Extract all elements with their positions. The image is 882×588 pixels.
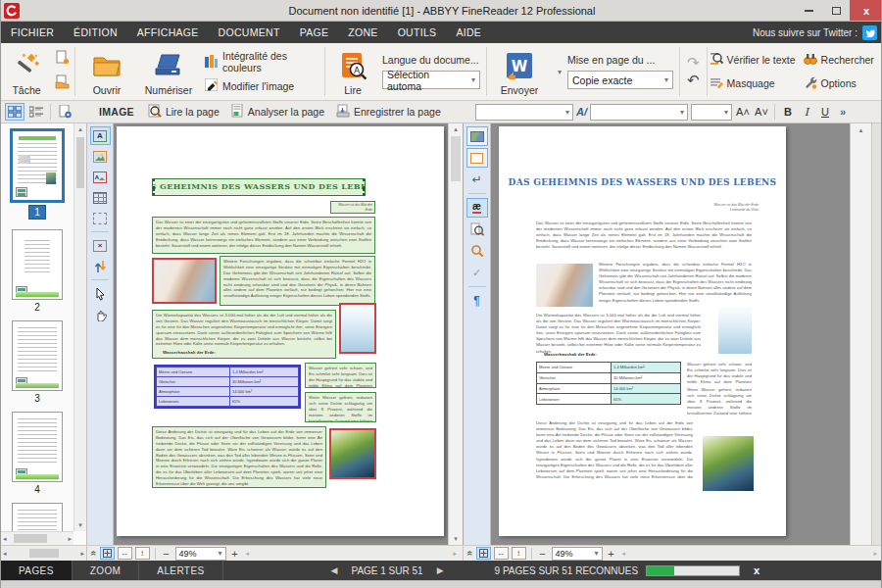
fit-width-button[interactable]: ↔ xyxy=(118,547,132,560)
options-button[interactable]: Options xyxy=(804,72,874,95)
pages-hscrollbar[interactable]: ◂ ▸ xyxy=(1,546,87,561)
doc-paragraph-1[interactable]: Das Wasser ist einer der einzigartigsten… xyxy=(536,220,752,258)
next-error-button[interactable] xyxy=(466,241,488,261)
scroll-up-icon[interactable]: ▴ xyxy=(449,125,463,133)
text-zone-p2[interactable]: Weitere Forschungen ergaben, dass die sc… xyxy=(220,256,375,306)
next-page-icon[interactable]: ▶ xyxy=(437,565,444,575)
layout-select[interactable]: Copie exacte ▾ xyxy=(567,71,673,89)
confirm-text-button[interactable]: ✓ xyxy=(466,263,488,282)
reorder-zones-tool[interactable] xyxy=(90,257,111,275)
menu-fichier[interactable]: FICHIER xyxy=(1,22,64,43)
increase-font-button[interactable]: A˄ xyxy=(735,106,751,118)
scroll-right-icon[interactable]: ▸ xyxy=(453,550,457,558)
close-button[interactable]: x xyxy=(850,0,882,21)
doc-paragraph-5[interactable]: Wenn Wasser gefriert, reduziert sich sei… xyxy=(687,387,752,415)
text-hscrollbar[interactable]: ◂ ▸ xyxy=(620,550,879,558)
doc-title[interactable]: DAS GEHEIMNIS DES WASSERS UND DES LEBENS xyxy=(499,177,786,187)
page-thumbnail-2[interactable] xyxy=(12,229,63,300)
menu-edition[interactable]: ÉDITION xyxy=(64,22,127,43)
collapse-panel-icon[interactable]: « xyxy=(88,551,99,557)
formatting-marks-button[interactable]: ¶ xyxy=(466,291,488,311)
verify-text-button[interactable]: Vérifier le texte xyxy=(710,48,804,72)
text-zone-p4[interactable]: Wasser gefriert sehr schwer, und Eis sch… xyxy=(305,363,376,388)
show-image-button[interactable] xyxy=(466,126,488,146)
zoom-in-button[interactable]: + xyxy=(606,548,617,560)
detail-view-button[interactable] xyxy=(26,103,46,121)
pages-vertical-scrollbar[interactable]: ▴ ▾ xyxy=(74,123,86,531)
recognition-zone-tool[interactable] xyxy=(90,209,111,227)
doc-language-select[interactable]: Sélection automa ▾ xyxy=(382,71,480,89)
image-vertical-scrollbar[interactable]: ▴ ▾ xyxy=(448,123,463,545)
fit-page-button[interactable] xyxy=(476,547,491,560)
photo-glass-zone[interactable] xyxy=(339,303,376,354)
open-page-icon[interactable] xyxy=(55,74,70,93)
decrease-font-button[interactable]: A˅ xyxy=(754,106,769,118)
bold-button[interactable]: B xyxy=(780,106,796,118)
scroll-right-icon[interactable]: ▸ xyxy=(873,550,877,558)
text-zone-tool[interactable]: A xyxy=(90,126,111,145)
photo-leaves-zone[interactable] xyxy=(329,428,376,479)
doc-credit[interactable]: Wasser ist das Blut der ErdeLeonardo da … xyxy=(670,203,759,214)
redo-button[interactable]: ↷ xyxy=(687,56,700,70)
edit-image-button[interactable]: Modifier l'image xyxy=(205,78,318,93)
fit-page-button[interactable] xyxy=(100,547,115,560)
zoom-in-button[interactable]: + xyxy=(229,548,241,560)
menu-zone[interactable]: ZONE xyxy=(338,22,387,43)
zoom-level-select[interactable]: 49% ▾ xyxy=(175,547,226,561)
doc-table[interactable]: Meere und Ozeane1,4 Milliarden km² Glets… xyxy=(536,362,681,405)
photo-scientist-zone[interactable] xyxy=(152,258,217,304)
line-breaks-button[interactable]: ↵ xyxy=(466,170,488,189)
page-properties-button[interactable] xyxy=(55,103,74,121)
title-zone[interactable]: DAS GEHEIMNIS DES WASSERS UND DES LEBENS xyxy=(152,178,366,196)
scroll-left-icon[interactable]: ◂ xyxy=(3,550,7,558)
image-zone-tool[interactable] xyxy=(90,147,111,166)
scroll-up-icon[interactable]: ▴ xyxy=(74,125,86,133)
full-color-button[interactable]: Intégralité des couleurs xyxy=(205,50,318,74)
maximize-button[interactable] xyxy=(822,0,850,21)
menu-document[interactable]: DOCUMENT xyxy=(209,22,290,43)
scroll-down-icon[interactable]: ▾ xyxy=(449,535,463,543)
open-button[interactable]: Ouvrir xyxy=(77,43,136,100)
menu-outils[interactable]: OUTILS xyxy=(388,22,447,43)
scroll-left-icon[interactable]: ◂ xyxy=(622,550,626,558)
menu-affichage[interactable]: AFFICHAGE xyxy=(127,22,209,43)
doc-paragraph-6[interactable]: Diese Änderung der Dichte ist einzigarti… xyxy=(536,420,693,481)
zoom-level-select[interactable]: 49% ▾ xyxy=(552,547,603,561)
underline-button[interactable]: U xyxy=(817,106,833,118)
scroll-right-icon[interactable]: ▸ xyxy=(80,550,84,558)
menu-page[interactable]: PAGE xyxy=(290,22,339,43)
show-formatting-button[interactable] xyxy=(466,148,488,168)
photo-leaves[interactable] xyxy=(703,436,754,491)
fit-height-button[interactable]: ↕ xyxy=(135,547,150,560)
photo-scientist[interactable] xyxy=(536,264,593,307)
save-page-button[interactable]: Enregistrer la page xyxy=(330,101,447,122)
pan-hand-tool[interactable] xyxy=(90,305,111,323)
text-zone-p5[interactable]: Wenn Wasser gefriert, reduziert sich sei… xyxy=(305,392,376,422)
read-page-button[interactable]: Lire la page xyxy=(142,101,225,122)
scanned-page-image[interactable]: DAS GEHEIMNIS DES WASSERS UND DES LEBENS… xyxy=(117,126,444,536)
doc-section-heading[interactable]: Wasserhaushalt der Erde: xyxy=(544,352,597,357)
toolbar-overflow-icon[interactable]: » xyxy=(840,106,846,118)
text-zone-p1[interactable]: Das Wasser ist einer der einzigartigsten… xyxy=(152,217,375,254)
send-dropdown[interactable]: ▾ xyxy=(550,43,564,100)
page-thumbnail-4[interactable] xyxy=(12,412,63,482)
send-button[interactable]: W Envoyer xyxy=(489,43,550,100)
zoom-out-button[interactable]: − xyxy=(161,548,172,560)
scroll-right-icon[interactable]: ▸ xyxy=(68,535,72,543)
font-size-select[interactable]: ▾ xyxy=(691,104,732,121)
doc-paragraph-2[interactable]: Weitere Forschungen ergaben, dass die sc… xyxy=(599,262,752,309)
task-button[interactable]: Tâche xyxy=(1,43,52,100)
credit-zone[interactable]: Wasser ist das Blut der ErdeLeonardo da … xyxy=(330,201,375,214)
tab-alertes[interactable]: ALERTES xyxy=(139,561,222,580)
collapse-panel-icon[interactable]: « xyxy=(465,551,475,557)
dismiss-progress-icon[interactable]: x xyxy=(754,564,760,576)
tab-zoom[interactable]: ZOOM xyxy=(73,561,140,580)
text-zone-p3[interactable]: Die Wärmekapazität des Wassers ist 3.000… xyxy=(152,310,336,359)
analyze-page-button[interactable]: Analyser la page xyxy=(225,101,330,122)
scroll-left-icon[interactable]: ◂ xyxy=(246,550,250,558)
table-zone-tool[interactable] xyxy=(90,188,111,207)
scroll-up-icon[interactable]: ▴ xyxy=(851,126,871,134)
tab-pages[interactable]: PAGES xyxy=(1,561,73,580)
paragraph-style-select[interactable]: ▾ xyxy=(590,104,688,121)
twitter-icon[interactable] xyxy=(862,25,877,40)
